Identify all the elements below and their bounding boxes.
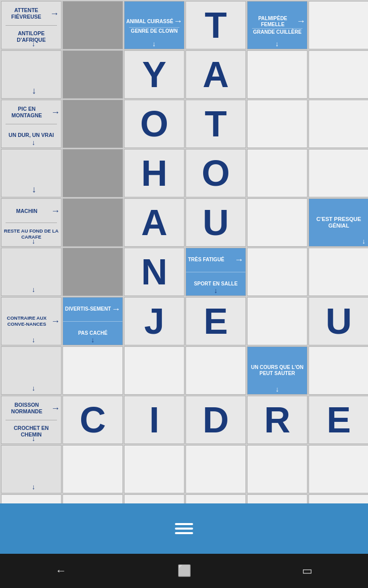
letter-A3: A — [141, 204, 167, 241]
clue-boisson: BOISSON NORMANDE — [3, 401, 51, 416]
cell-r2c5 — [247, 50, 308, 99]
clue-animal: ANIMAL CUIRASSÉ — [126, 19, 173, 25]
letter-H: H — [141, 155, 167, 191]
clue-cours: UN COURS QUE L'ON PEUT SAUTER — [250, 364, 305, 377]
android-nav-bar: ← ⬜ ▭ — [0, 554, 368, 588]
cell-r4c2 — [63, 149, 123, 197]
letter-E2: E — [327, 402, 351, 438]
cell-r9c5: R — [247, 396, 308, 444]
arrow-d-r4c1: ↓ — [32, 184, 36, 195]
clue-reste: RESTE AU FOND DE LA CARAFE — [3, 227, 60, 241]
clue-machin: MACHIN — [3, 207, 51, 215]
clue-grande: GRANDE CUILLÈRE — [249, 29, 305, 35]
clue-contraire: CONTRAIRE AUX CONVE-NANCES — [3, 314, 51, 328]
cell-r10c6 — [309, 445, 368, 493]
cell-r5c1: MACHIN → RESTE AU FOND DE LA CARAFE ↓ — [1, 198, 62, 247]
home-button[interactable]: ⬜ — [177, 564, 191, 577]
cell-r3c2 — [63, 100, 123, 148]
cell-r10c3 — [124, 445, 185, 493]
clue-antilope: ANTILOPE D'AFRIQUE — [3, 29, 60, 44]
cell-r7c6: U — [309, 297, 368, 345]
cell-r3c5 — [247, 100, 308, 148]
letter-N: N — [141, 254, 167, 290]
cell-r9c6: E — [309, 396, 368, 444]
cell-r11c1 — [1, 494, 62, 503]
arrow-d-cours: ↓ — [276, 385, 279, 393]
cell-r3c1: PIC EN MONTAGNE → UN DUR, UN VRAI ↓ — [1, 100, 62, 148]
cell-r7c1: CONTRAIRE AUX CONVE-NANCES → ↓ — [1, 297, 62, 345]
cell-r8c3 — [124, 346, 185, 395]
cell-r5c6: C'EST PRESQUE GÉNIAL ↓ — [309, 198, 368, 247]
cell-r7c4: E — [186, 297, 246, 345]
cell-r6c4: TRÈS FATIGUÉ → SPORT EN SALLE ↓ — [186, 248, 246, 296]
clue-genre: GENRE DE CLOWN — [126, 28, 182, 34]
cell-r8c2 — [63, 346, 123, 395]
cell-r4c1: ↓ — [1, 149, 62, 197]
cell-r9c2: C — [63, 396, 123, 444]
clue-pas-cache: PAS CACHÉ — [78, 330, 107, 336]
cell-r11c5 — [247, 494, 308, 503]
cell-r10c2 — [63, 445, 123, 493]
cell-r2c6 — [309, 50, 368, 99]
letter-A: A — [203, 56, 229, 93]
arrow-r-contraire: → — [51, 316, 60, 327]
clue-attente: ATTENTE FIÉVREUSE — [3, 6, 50, 21]
letter-O2: O — [202, 155, 230, 191]
letter-D: D — [203, 402, 229, 438]
cell-r6c1: ↓ — [1, 248, 62, 296]
recent-button[interactable]: ▭ — [302, 564, 313, 577]
cell-r10c5 — [247, 445, 308, 493]
cell-r6c3: N — [124, 248, 185, 296]
arrow-down-r2c1: ↓ — [32, 86, 36, 96]
crossword-grid: ATTENTE FIÉVREUSE → ANTILOPE D'AFRIQUE ↓… — [0, 0, 368, 503]
cell-r7c5 — [247, 297, 308, 345]
arrow-r-tres: → — [234, 255, 243, 265]
cell-r1c1: ATTENTE FIÉVREUSE → ANTILOPE D'AFRIQUE ↓ — [1, 1, 62, 49]
arrow-d-r6c1: ↓ — [32, 285, 35, 293]
arrow-down-1: ↓ — [32, 40, 35, 48]
arrow-r-animal: → — [173, 16, 182, 27]
letter-I: I — [149, 402, 159, 438]
cell-r4c5 — [247, 149, 308, 197]
cell-r8c1: ↓ — [1, 346, 62, 395]
cell-r5c3: A — [124, 198, 185, 247]
cell-r2c2 — [63, 50, 123, 99]
cell-r1c6 — [309, 1, 368, 49]
arrow-d-animal: ↓ — [152, 40, 156, 48]
cell-r1c3: ANIMAL CUIRASSÉ → GENRE DE CLOWN ↓ — [124, 1, 185, 49]
arrow-r-machin: → — [51, 206, 60, 216]
arrow-d-r8c1: ↓ — [32, 384, 35, 392]
cell-r11c6 — [309, 494, 368, 503]
cell-r7c2: DIVERTIS-SEMENT → PAS CACHÉ ↓ — [63, 297, 123, 345]
arrow-d-r7c1: ↓ — [32, 336, 35, 344]
cell-r11c2 — [63, 494, 123, 503]
cell-r4c6 — [309, 149, 368, 197]
clue-palmipede: PALMIPÈDE FEMELLE — [249, 16, 296, 28]
letter-Y: Y — [142, 56, 166, 93]
cell-r6c6 — [309, 248, 368, 296]
cell-r3c6 — [309, 100, 368, 148]
cell-r11c4 — [186, 494, 246, 503]
cell-r1c4: T — [186, 1, 246, 49]
arrow-d-divert: ↓ — [91, 336, 95, 344]
letter-R: R — [264, 402, 290, 438]
arrow-d-r9c1: ↓ — [32, 434, 35, 443]
cell-r9c1: BOISSON NORMANDE → CROCHET EN CHEMIN ↓ — [1, 396, 62, 444]
crossword-area: ATTENTE FIÉVREUSE → ANTILOPE D'AFRIQUE ↓… — [0, 0, 368, 503]
cell-r6c5 — [247, 248, 308, 296]
cell-r11c3 — [124, 494, 185, 503]
arrow-d-r3c1: ↓ — [32, 138, 35, 146]
cell-r4c3: H — [124, 149, 185, 197]
cell-r5c2 — [63, 198, 123, 247]
cell-r2c3: Y — [124, 50, 185, 99]
cell-r1c2 — [63, 1, 123, 49]
clue-tres-fatigue: TRÈS FATIGUÉ — [188, 257, 224, 263]
cell-r5c5 — [247, 198, 308, 247]
arrow-r-divert: → — [111, 304, 120, 315]
arrow-d-r10c1: ↓ — [32, 483, 35, 491]
cell-r9c4: D — [186, 396, 246, 444]
arrow-right-1: → — [50, 9, 59, 19]
back-button[interactable]: ← — [55, 564, 67, 577]
menu-icon[interactable] — [175, 523, 193, 534]
cell-r5c4: U — [186, 198, 246, 247]
